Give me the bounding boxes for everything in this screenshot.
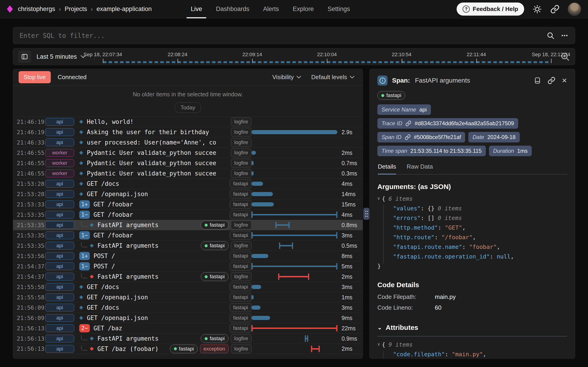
span-row[interactable]: 21:53:33api1+GET /foobarfastapi15ms: [13, 199, 363, 209]
span-row[interactable]: 21:53:28apiGET /docsfastapi4ms: [13, 178, 363, 189]
service-pill-api[interactable]: api: [45, 211, 74, 219]
span-row[interactable]: 21:56:09apiGET /docsfastapi3ms: [13, 302, 363, 313]
breadcrumb-projects[interactable]: Projects: [65, 6, 87, 13]
timeline[interactable]: Sep 18, 22:07:3422:08:2422:09:1422:10:04…: [103, 48, 551, 65]
breadcrumb-org[interactable]: christophergs: [18, 6, 55, 13]
search-button[interactable]: [546, 31, 555, 40]
service-pill-api[interactable]: api: [45, 273, 74, 281]
service-pill-api[interactable]: api: [45, 293, 74, 301]
timeline-tick-label: 22:10:54: [392, 52, 412, 58]
copy-span-link-button[interactable]: [548, 77, 555, 84]
span-row[interactable]: 21:54:37api1−POST /fastapi5ms: [13, 261, 363, 271]
service-pill-api[interactable]: api: [45, 190, 74, 198]
source-tag: fastapi: [230, 324, 251, 333]
share-link-button[interactable]: [550, 5, 560, 14]
tab-alerts[interactable]: Alerts: [263, 0, 279, 18]
child-count-badge[interactable]: 1+: [79, 252, 90, 260]
span-row[interactable]: 21:56:13api2−GET /bazfastapi22ms: [13, 323, 363, 333]
span-row[interactable]: 21:53:28apiGET /openapi.jsonfastapi14ms: [13, 189, 363, 199]
span-row[interactable]: 21:46:19apiAsking the user for their bir…: [13, 127, 363, 137]
span-row[interactable]: 21:53:56api1+POST /fastapi8ms: [13, 251, 363, 261]
service-pill-worker[interactable]: worker: [45, 149, 74, 157]
service-pill-worker[interactable]: worker: [45, 169, 74, 177]
sql-filter-input[interactable]: [19, 32, 546, 40]
tab-dashboards[interactable]: Dashboards: [216, 0, 250, 18]
span-diamond-icon: [79, 192, 83, 196]
span-row[interactable]: 21:53:35api1−GET /foobarfastapi4ms: [13, 209, 363, 220]
span-main: 1−GET /foobar: [77, 231, 227, 240]
service-pill-api[interactable]: api: [45, 324, 74, 332]
today-button[interactable]: Today: [175, 102, 201, 113]
span-duration: 0.9ms: [340, 335, 359, 342]
tab-settings[interactable]: Settings: [328, 0, 350, 18]
service-pill-api[interactable]: api: [45, 314, 74, 322]
feedback-help-button[interactable]: ? Feedback / Help: [457, 2, 524, 16]
span-service-tag[interactable]: fastapi: [377, 91, 405, 100]
service-pill-api[interactable]: api: [45, 242, 74, 250]
service-pill-api[interactable]: api: [45, 200, 74, 208]
service-pill-worker[interactable]: worker: [45, 159, 74, 167]
service-pill-api[interactable]: api: [45, 262, 74, 270]
service-pill-api[interactable]: api: [45, 139, 74, 146]
child-count-badge[interactable]: 1−: [79, 211, 90, 219]
sidebar-toggle-button[interactable]: [18, 50, 31, 63]
filter-more-button[interactable]: [561, 32, 569, 40]
service-pill-api[interactable]: api: [45, 283, 74, 291]
duration-bar-column: [251, 334, 340, 344]
span-row[interactable]: 21:53:35apiFastAPI argumentsfastapilogfi…: [13, 220, 363, 230]
span-row[interactable]: 21:46:55workerPydantic User validate_pyt…: [13, 158, 363, 168]
span-row[interactable]: 21:46:55workerPydantic User validate_pyt…: [13, 148, 363, 158]
child-count-badge[interactable]: 1−: [79, 231, 90, 240]
user-avatar[interactable]: [568, 2, 581, 16]
json-expander-icon[interactable]: ∨: [377, 196, 380, 201]
stop-live-button[interactable]: Stop live: [19, 71, 51, 83]
span-row[interactable]: 21:53:35apiFastAPI argumentsfastapilogfi…: [13, 240, 363, 251]
default-levels-dropdown[interactable]: Default levels: [311, 74, 355, 81]
tab-explore[interactable]: Explore: [293, 0, 314, 18]
span-row[interactable]: 21:54:37apiFastAPI argumentsfastapilogfi…: [13, 271, 363, 282]
service-pill-api[interactable]: api: [45, 232, 74, 239]
service-pill-api[interactable]: api: [45, 180, 74, 188]
service-pill-api[interactable]: api: [45, 252, 74, 260]
child-count-badge[interactable]: 2−: [79, 324, 90, 332]
child-count-badge[interactable]: 1+: [79, 200, 90, 209]
span-row[interactable]: 21:56:09apiGET /openapi.jsonfastapi9ms: [13, 313, 363, 323]
span-row[interactable]: 21:46:55workerPydantic User validate_pyt…: [13, 168, 363, 178]
span-main: FastAPI arguments: [77, 273, 199, 280]
service-pill-api[interactable]: api: [45, 345, 74, 353]
duration-bar-column: [251, 210, 340, 220]
span-row[interactable]: 21:55:58apiGET /docsfastapi3ms: [13, 282, 363, 292]
span-row[interactable]: 21:56:13apiFastAPI argumentsfastapilogfi…: [13, 333, 363, 344]
span-row[interactable]: 21:55:58apiGET /openapi.jsonfastapi1ms: [13, 292, 363, 302]
service-pill-api[interactable]: api: [45, 335, 74, 342]
span-duration: 22ms: [340, 325, 359, 332]
dock-panel-button[interactable]: [534, 77, 541, 84]
json-expander-icon[interactable]: ∨: [377, 342, 380, 347]
close-panel-button[interactable]: ✕: [562, 77, 567, 84]
logfire-logo-icon[interactable]: [7, 6, 13, 13]
theme-toggle-button[interactable]: [532, 4, 542, 14]
service-pill-api[interactable]: api: [45, 118, 74, 126]
span-row[interactable]: 21:46:19apiHello, world!logfire: [13, 117, 363, 127]
attributes-toggle[interactable]: ⌄ Attributes: [377, 324, 567, 332]
metadata-chip-span-id[interactable]: Span ID#5008bce5f7fe21af: [377, 132, 465, 142]
tab-raw-data[interactable]: Raw Data: [406, 163, 433, 174]
span-row[interactable]: 21:46:33apiuser processed: User(name='An…: [13, 137, 363, 148]
child-count-badge[interactable]: 1−: [79, 262, 90, 270]
span-row[interactable]: 21:53:35api1−GET /foobarfastapi3ms: [13, 230, 363, 240]
service-pill-api[interactable]: api: [45, 221, 74, 229]
metadata-chip-trace-id[interactable]: Trace ID#d834c3374dd6fa2e4aa82a55ab21750…: [377, 118, 518, 129]
panel-resize-handle[interactable]: [363, 208, 369, 220]
chevron-right-icon: ›: [91, 6, 93, 13]
tab-details[interactable]: Details: [378, 163, 396, 175]
service-pill-api[interactable]: api: [45, 304, 74, 311]
tab-live[interactable]: Live: [191, 0, 202, 18]
visibility-dropdown[interactable]: Visibility: [272, 74, 301, 81]
duration-bar-column: [251, 168, 340, 178]
service-pill-api[interactable]: api: [45, 128, 74, 136]
chip-value: 2024-09-18: [487, 134, 516, 140]
timeline-tick-label: Sep 18, 22:12:34: [532, 52, 570, 58]
span-row[interactable]: 21:56:13apiGET /baz (foobar)fastapiexcep…: [13, 344, 363, 354]
time-range-select[interactable]: Last 5 minutes: [36, 53, 86, 60]
breadcrumb-project[interactable]: example-application: [96, 6, 152, 13]
